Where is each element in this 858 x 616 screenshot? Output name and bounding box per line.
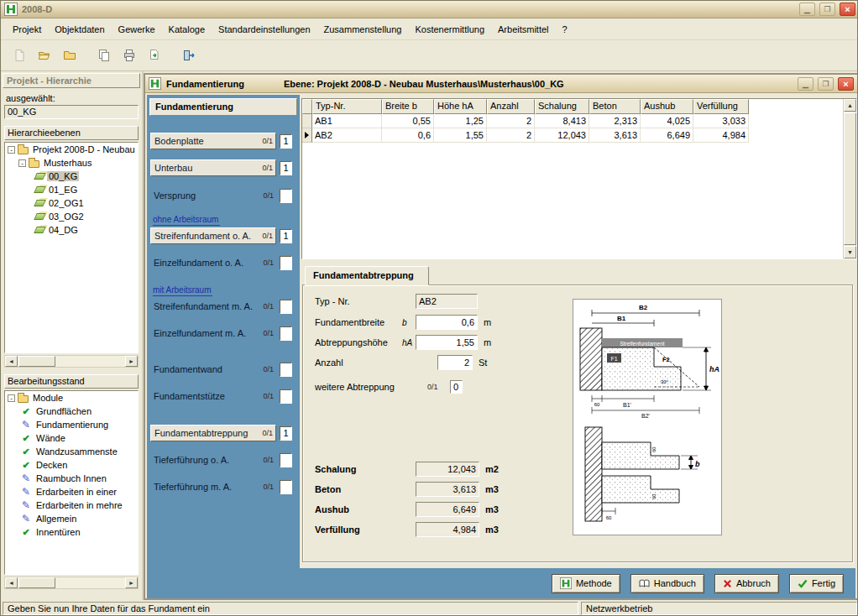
scroll-right-icon[interactable]: ►: [125, 356, 138, 367]
tree-item-04-dg[interactable]: 04_DG: [5, 223, 138, 237]
anzahl-input[interactable]: [437, 355, 473, 370]
methode-button[interactable]: Methode: [552, 574, 620, 593]
maximize-button[interactable]: ❐: [819, 3, 835, 16]
sidebar-item-versprung[interactable]: Versprung0/1: [150, 187, 298, 204]
close-button[interactable]: ×: [840, 3, 855, 16]
fund-close-button[interactable]: ×: [838, 77, 854, 91]
module-item[interactable]: ✔Wandzusammenste: [5, 445, 138, 458]
column-header[interactable]: Breite b: [382, 99, 434, 114]
module-item[interactable]: ✎Raumbuch Innen: [5, 472, 138, 485]
item-value-box[interactable]: [280, 256, 292, 270]
sidebar-item-bodenplatte[interactable]: Bodenplatte0/11: [150, 133, 298, 149]
copy-button[interactable]: [92, 44, 115, 67]
menu-arbeitsmittel[interactable]: Arbeitsmittel: [491, 22, 556, 37]
handbuch-button[interactable]: Handbuch: [630, 574, 704, 593]
module-item[interactable]: ✔Grundflächen: [5, 405, 138, 418]
export-button[interactable]: [143, 44, 165, 67]
open-project-button[interactable]: [33, 44, 55, 67]
sidebar-item-tieferfuehrung-oa[interactable]: Tieferführung o. A.0/1: [150, 452, 298, 468]
fund-minimize-button[interactable]: ▁: [798, 77, 814, 91]
row-selector[interactable]: [302, 128, 312, 143]
scroll-left-icon[interactable]: ◄: [5, 356, 18, 367]
abbruch-button[interactable]: Abbruch: [714, 574, 779, 593]
item-value-box[interactable]: 1: [280, 426, 292, 441]
typ-nr-field[interactable]: [416, 294, 478, 309]
menu-hilfe[interactable]: ?: [556, 22, 574, 37]
table-vertical-scrollbar[interactable]: ▲ ▼: [843, 99, 856, 258]
tree-item-musterhaus[interactable]: -Musterhaus: [5, 156, 138, 170]
module-item[interactable]: ✎Fundamentierung: [5, 418, 138, 431]
column-header[interactable]: Höhe hA: [434, 99, 487, 114]
collapse-icon[interactable]: -: [8, 146, 15, 154]
item-value-box[interactable]: [280, 189, 292, 203]
sidebar-item-fundamentwand[interactable]: Fundamentwand0/1: [150, 361, 298, 378]
collapse-icon[interactable]: -: [18, 159, 26, 167]
scrollbar-thumb[interactable]: [18, 356, 55, 367]
tree-item-01-eg[interactable]: 01_EG: [5, 183, 138, 196]
item-value-box[interactable]: [280, 300, 292, 314]
sidebar-item-fundamentabtreppung[interactable]: Fundamentabtreppung0/11: [150, 425, 298, 441]
new-document-button[interactable]: [8, 44, 30, 67]
sidebar-item-einzelfundament-ma[interactable]: Einzelfundament m. A.0/1: [150, 325, 298, 342]
column-header[interactable]: Schalung: [535, 99, 589, 114]
print-button[interactable]: [118, 44, 140, 67]
minimize-button[interactable]: ▁: [799, 3, 815, 16]
column-header[interactable]: Aushub: [641, 99, 693, 114]
module-item[interactable]: ✎Allgemein: [5, 512, 138, 525]
tree-item-module-root[interactable]: -Module: [5, 391, 138, 405]
menu-standardeinstellungen[interactable]: Standardeinstellungen: [212, 22, 317, 37]
module-item[interactable]: ✎Erdarbeiten in mehre: [5, 499, 138, 512]
scroll-right-icon[interactable]: ►: [125, 577, 138, 588]
table-row-selected[interactable]: AB2 0,6 1,55 2 12,043 3,613 6,649 4,984: [302, 128, 856, 143]
scrollbar-thumb[interactable]: [844, 112, 856, 245]
menu-zusammenstellung[interactable]: Zusammenstellung: [317, 22, 409, 37]
column-header[interactable]: Typ-Nr.: [312, 99, 382, 114]
sidebar-item-tieferfuehrung-ma[interactable]: Tieferführung m. A.0/1: [150, 478, 298, 495]
sidebar-item-streifenfundament-ma[interactable]: Streifenfundament m. A.0/1: [150, 298, 298, 315]
sidebar-item-streifenfundament-oa[interactable]: Streifenfundament o. A.0/11: [150, 227, 298, 244]
sidebar-item-fundamentstuetze[interactable]: Fundamentstütze0/1: [150, 388, 298, 405]
fertig-button[interactable]: Fertig: [789, 574, 844, 593]
scroll-down-icon[interactable]: ▼: [844, 246, 856, 258]
item-value-box[interactable]: [280, 480, 292, 494]
scrollbar-thumb[interactable]: [18, 577, 55, 588]
collapse-icon[interactable]: -: [8, 394, 15, 402]
column-header[interactable]: Verfüllung: [693, 99, 749, 114]
hierarchy-horizontal-scrollbar[interactable]: ◄►: [4, 355, 139, 368]
module-item[interactable]: ✔Wände: [5, 431, 138, 445]
row-selector[interactable]: [302, 114, 312, 128]
column-header[interactable]: Anzahl: [487, 99, 535, 114]
sidebar-item-unterbau[interactable]: Unterbau0/11: [150, 159, 298, 176]
scroll-left-icon[interactable]: ◄: [5, 577, 18, 588]
weitere-value-box[interactable]: 0: [450, 380, 463, 394]
module-item[interactable]: ✔Decken: [5, 458, 138, 472]
menu-kataloge[interactable]: Kataloge: [162, 22, 212, 37]
folder-button[interactable]: [58, 44, 81, 67]
item-value-box[interactable]: 1: [280, 134, 292, 149]
sidebar-item-einzelfundament-oa[interactable]: Einzelfundament o. A.0/1: [150, 254, 298, 271]
menu-objektdaten[interactable]: Objektdaten: [48, 22, 111, 37]
item-value-box[interactable]: [280, 389, 292, 404]
item-value-box[interactable]: 1: [280, 161, 292, 175]
tree-item-02-og1[interactable]: 02_OG1: [5, 196, 138, 210]
tab-fundamentabtreppung[interactable]: Fundamentabtreppung: [305, 266, 429, 285]
item-value-box[interactable]: [280, 326, 292, 341]
fundamentbreite-input[interactable]: [416, 315, 478, 330]
exit-button[interactable]: [177, 44, 200, 67]
module-item[interactable]: ✎Erdarbeiten in einer: [5, 485, 138, 499]
tree-item-projekt[interactable]: -Projekt 2008-D - Neubau: [5, 143, 138, 156]
item-value-box[interactable]: [280, 363, 292, 377]
item-value-box[interactable]: 1: [280, 229, 292, 243]
abtreppungshoehe-input[interactable]: [416, 335, 478, 350]
modules-horizontal-scrollbar[interactable]: ◄►: [4, 577, 139, 589]
tree-item-03-og2[interactable]: 03_OG2: [5, 210, 138, 223]
fund-maximize-button[interactable]: ❐: [818, 77, 834, 91]
menu-gewerke[interactable]: Gewerke: [112, 22, 162, 37]
scroll-up-icon[interactable]: ▲: [844, 99, 856, 112]
item-value-box[interactable]: [280, 453, 292, 467]
column-header[interactable]: Beton: [589, 99, 641, 114]
module-item[interactable]: ✔Innentüren: [5, 525, 138, 539]
table-row[interactable]: AB1 0,55 1,25 2 8,413 2,313 4,025 3,033: [302, 114, 856, 128]
tree-item-00-kg[interactable]: 00_KG: [5, 170, 138, 183]
menu-projekt[interactable]: Projekt: [6, 22, 48, 37]
